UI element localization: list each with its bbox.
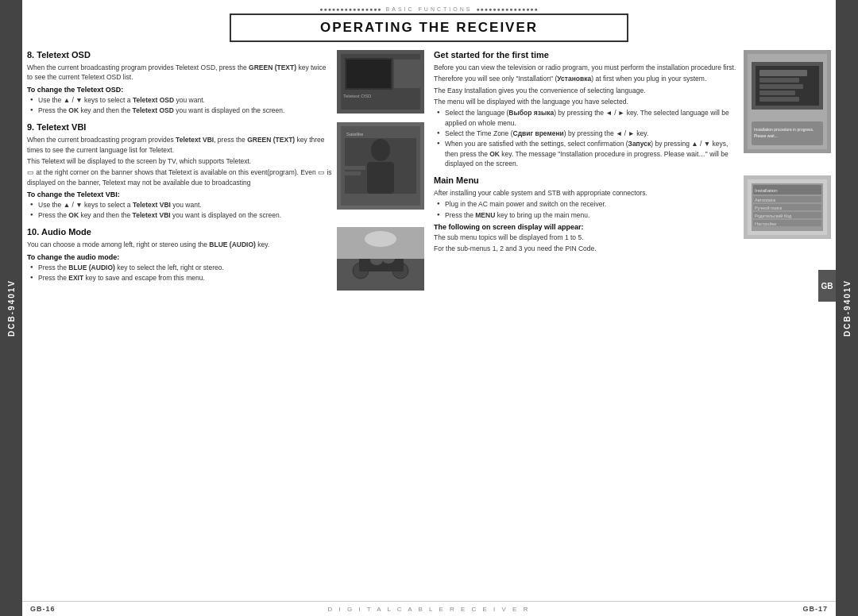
sidebar-right-label: DCB-9401V: [843, 279, 852, 337]
bullet-item: Select the language (Выбор языка) by pre…: [437, 108, 739, 128]
get-started-intro: Before you can view the television or ra…: [434, 63, 739, 72]
bullet-item: Use the ▲ / ▼ keys to select a Teletext …: [30, 95, 332, 105]
svg-rect-3: [346, 60, 391, 88]
footer: GB-16 D I G I T A L C A B L E R E C E I …: [22, 601, 836, 616]
section-9-with-image: 9. Teletext VBI When the current broadca…: [27, 122, 424, 221]
footer-page-right: GB-17: [802, 605, 828, 613]
bullet-item: When you are satisfied with the settings…: [437, 139, 739, 168]
section-9-note2: ▭ at the right corner on the banner show…: [27, 167, 332, 187]
main-menu-bullets: Plug in the AC main power and switch on …: [434, 199, 739, 220]
footer-page-left: GB-16: [30, 605, 56, 613]
main-menu-intro: After installing your cable system and S…: [434, 188, 739, 198]
section-9-intro: When the current broadcasting program pr…: [27, 135, 332, 155]
svg-rect-11: [345, 166, 365, 170]
section-main-menu-text: Main Menu After installing your cable sy…: [434, 175, 739, 256]
sidebar-right: DCB-9401V: [836, 0, 858, 616]
svg-rect-28: [759, 70, 807, 76]
dots-row: ●●●●●●●●●●●●●●● BASIC FUNCTIONS ●●●●●●●●…: [30, 6, 828, 12]
svg-text:Ручной поиск: Ручной поиск: [755, 206, 783, 210]
svg-rect-30: [759, 84, 803, 89]
main-menu-subtitle: The following on screen display will app…: [434, 223, 739, 231]
sidebar-left: DCB-9401V: [0, 0, 22, 616]
section-10-intro: You can choose a mode among left, right …: [27, 240, 332, 249]
section-8-image: Teletext OSD: [337, 50, 424, 114]
svg-text:Satellite: Satellite: [346, 132, 364, 137]
section-10-title: 10. Audio Mode: [27, 227, 332, 237]
svg-rect-12: [345, 171, 361, 175]
section-8-intro: When the current broadcasting program pr…: [27, 63, 332, 83]
section-main-menu-with-image: Main Menu After installing your cable sy…: [434, 175, 831, 256]
section-8-with-image: 8. Teletext OSD When the current broadca…: [27, 50, 424, 116]
section-8: 8. Teletext OSD When the current broadca…: [27, 50, 424, 116]
right-column: Get started for the first time Before yo…: [434, 50, 831, 599]
section-9-note1: This Teletext will be displayed to the s…: [27, 156, 332, 166]
main-content: ●●●●●●●●●●●●●●● BASIC FUNCTIONS ●●●●●●●●…: [22, 0, 836, 616]
title-box: OPERATING THE RECEIVER: [230, 13, 628, 42]
sidebar-left-label: DCB-9401V: [7, 279, 16, 337]
svg-text:Родительский Код: Родительский Код: [755, 214, 792, 218]
get-started-para2: Therefore you will see only "Installatio…: [434, 74, 739, 83]
bullet-item: Select the Time Zone (Сдвиг времени) by …: [437, 129, 739, 138]
bullet-item: Plug in the AC main power and switch on …: [437, 199, 739, 209]
section-10-with-image: 10. Audio Mode You can choose a mode amo…: [27, 227, 424, 291]
bullet-item: Press the EXIT key to save and escape fr…: [30, 273, 332, 283]
bullet-item: Press the OK key and then the Teletext O…: [30, 106, 332, 115]
bullet-item: Press the MENU key to bring up the main …: [437, 210, 739, 220]
section-10-subtitle: To change the audio mode:: [27, 253, 332, 261]
main-menu-note2: For the sub-menus 1, 2 and 3 you need th…: [434, 244, 739, 253]
section-8-subtitle: To change the Teletext OSD:: [27, 86, 332, 94]
section-9-bullets: Use the ▲ / ▼ keys to select a Teletext …: [27, 200, 332, 221]
svg-point-9: [371, 139, 390, 161]
main-menu-title: Main Menu: [434, 175, 739, 185]
svg-point-23: [365, 231, 396, 247]
main-menu-image: Installation Автопоиск Ручной поиск Роди…: [744, 175, 831, 239]
title-row: OPERATING THE RECEIVER: [30, 13, 828, 47]
svg-rect-10: [367, 162, 394, 194]
svg-text:Настройки: Настройки: [755, 221, 776, 226]
section-9-subtitle: To change the Teletext VBI:: [27, 191, 332, 198]
svg-rect-31: [759, 90, 795, 95]
svg-text:Автопоиск: Автопоиск: [755, 198, 776, 202]
svg-text:Teletext OSD: Teletext OSD: [343, 94, 372, 98]
page-title: OPERATING THE RECEIVER: [263, 20, 595, 36]
section-10-bullets: Press the BLUE (AUDIO) key to select the…: [27, 263, 332, 283]
svg-rect-4: [394, 60, 423, 88]
main-menu-note1: The sub menu topics will be displayed fr…: [434, 233, 739, 242]
svg-rect-29: [759, 78, 799, 83]
section-get-started: Get started for the first time Before yo…: [434, 50, 831, 169]
dots-right: ●●●●●●●●●●●●●●●: [476, 6, 538, 12]
section-get-started-with-image: Get started for the first time Before yo…: [434, 50, 831, 169]
left-column: 8. Teletext OSD When the current broadca…: [27, 50, 424, 599]
section-9: 9. Teletext VBI When the current broadca…: [27, 122, 424, 221]
dots-left: ●●●●●●●●●●●●●●●: [319, 6, 381, 12]
get-started-image: Installation procedure in progress. Plea…: [744, 50, 831, 153]
section-10-image: [337, 227, 424, 291]
section-get-started-text: Get started for the first time Before yo…: [434, 50, 739, 169]
svg-text:Please wait...: Please wait...: [754, 133, 778, 138]
get-started-para4: The menu will be displayed with the lang…: [434, 97, 739, 106]
get-started-para3: The Easy Installation gives you the conv…: [434, 86, 739, 95]
section-10-text: 10. Audio Mode You can choose a mode amo…: [27, 227, 332, 283]
footer-center: D I G I T A L C A B L E R E C E I V E R: [328, 606, 531, 613]
svg-text:Installation: Installation: [755, 188, 778, 193]
basic-functions-label: BASIC FUNCTIONS: [386, 6, 473, 12]
section-9-title: 9. Teletext VBI: [27, 122, 332, 132]
two-columns: 8. Teletext OSD When the current broadca…: [22, 50, 836, 599]
bullet-item: Press the OK key and then the Teletext V…: [30, 210, 332, 220]
section-10: 10. Audio Mode You can choose a mode amo…: [27, 227, 424, 291]
section-9-text: 9. Teletext VBI When the current broadca…: [27, 122, 332, 221]
get-started-bullets: Select the language (Выбор языка) by pre…: [434, 108, 739, 168]
bullet-item: Use the ▲ / ▼ keys to select a Teletext …: [30, 200, 332, 210]
section-8-title: 8. Teletext OSD: [27, 50, 332, 60]
section-9-image: Satellite: [337, 122, 424, 210]
section-8-text: 8. Teletext OSD When the current broadca…: [27, 50, 332, 116]
section-main-menu: Main Menu After installing your cable sy…: [434, 175, 831, 256]
get-started-title: Get started for the first time: [434, 50, 739, 60]
header-bar: ●●●●●●●●●●●●●●● BASIC FUNCTIONS ●●●●●●●●…: [22, 0, 836, 50]
svg-rect-32: [759, 97, 799, 102]
svg-text:Installation procedure in prog: Installation procedure in progress.: [754, 127, 814, 132]
bullet-item: Press the BLUE (AUDIO) key to select the…: [30, 263, 332, 272]
section-8-bullets: Use the ▲ / ▼ keys to select a Teletext …: [27, 95, 332, 116]
